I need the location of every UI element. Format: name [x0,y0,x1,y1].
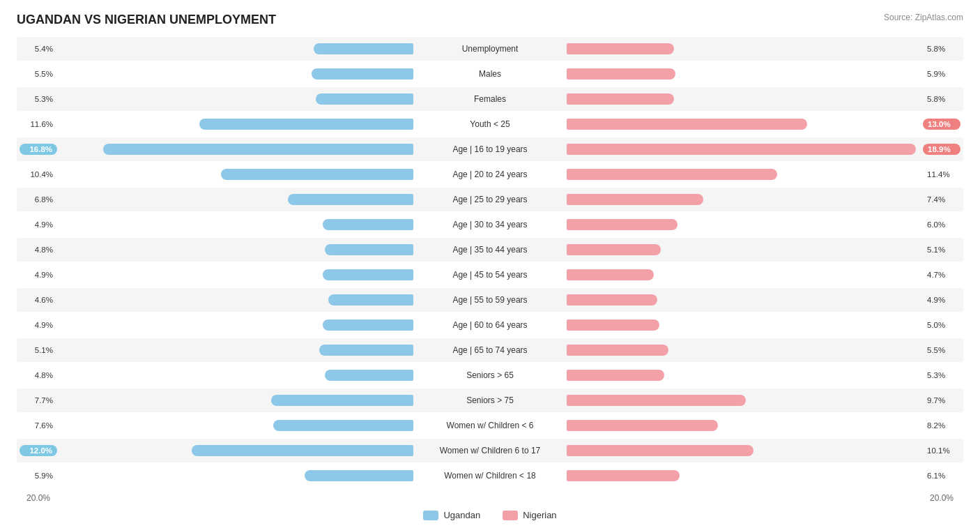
right-bar-area [567,368,923,382]
row-label: Women w/ Children < 18 [413,471,567,481]
legend-nigerian-color [503,511,518,520]
left-value: 5.4% [20,45,57,53]
right-bar-area [567,318,923,332]
left-value: 7.7% [20,396,57,405]
left-bar-area [57,42,413,56]
right-value: 13.0% [923,119,960,130]
right-value: 18.9% [923,144,960,155]
bar-blue [305,470,413,481]
bar-pink [567,395,746,406]
bar-row: 5.1% Age | 65 to 74 years 5.5% [17,338,963,362]
bar-pink [567,68,675,80]
right-bar-area [567,193,923,206]
bar-row: 6.8% Age | 25 to 29 years 7.4% [17,188,963,211]
left-bar-area [57,218,413,232]
legend: Ugandan Nigerian [17,510,963,520]
chart-container: UGANDAN VS NIGERIAN UNEMPLOYMENT Source:… [0,0,980,528]
left-value: 5.9% [20,472,57,480]
row-label: Females [413,94,567,104]
row-label: Age | 35 to 44 years [413,245,567,255]
left-bar-area [57,343,413,357]
row-label: Age | 45 to 54 years [413,270,567,280]
bar-blue [323,319,413,331]
right-bar-area [567,117,923,131]
bar-blue [323,219,413,230]
bar-pink [567,470,680,481]
bar-blue [273,420,413,431]
bar-blue [221,169,413,180]
bar-pink [567,144,916,155]
bar-pink [567,269,654,280]
bar-blue [328,294,413,306]
left-value: 6.8% [20,195,57,204]
bar-blue [325,370,413,381]
bar-blue [288,194,413,205]
chart-source: Source: ZipAtlas.com [884,13,963,22]
bar-row: 7.7% Seniors > 75 9.7% [17,389,963,412]
chart-title: UGANDAN VS NIGERIAN UNEMPLOYMENT [17,13,276,27]
bar-row: 5.3% Females 5.8% [17,87,963,111]
legend-nigerian: Nigerian [503,510,556,520]
bar-blue [319,345,413,356]
bar-pink [567,445,753,456]
left-bar-area [57,142,413,156]
right-bar-area [567,444,923,458]
bar-row: 4.9% Age | 45 to 54 years 4.7% [17,263,963,287]
left-value: 12.0% [20,445,57,456]
row-label: Age | 25 to 29 years [413,195,567,204]
right-value: 5.8% [923,45,960,53]
left-bar-area [57,393,413,407]
right-bar-area [567,418,923,432]
left-value: 16.8% [20,144,57,155]
bar-row: 11.6% Youth < 25 13.0% [17,112,963,136]
left-bar-area [57,368,413,382]
left-bar-area [57,67,413,81]
bar-blue [314,43,413,54]
row-label: Age | 55 to 59 years [413,295,567,305]
left-bar-area [57,469,413,483]
axis-row: 20.0% 20.0% [17,493,963,503]
left-value: 11.6% [20,120,57,128]
bar-row: 5.9% Women w/ Children < 18 6.1% [17,464,963,488]
bar-pink [567,294,657,306]
left-bar-area [57,243,413,257]
bar-blue [312,68,413,80]
bar-pink [567,219,677,230]
right-bar-area [567,469,923,483]
row-label: Age | 65 to 74 years [413,345,567,355]
bar-blue [199,119,413,130]
row-label: Age | 60 to 64 years [413,320,567,330]
row-label: Age | 16 to 19 years [413,144,567,154]
right-value: 10.1% [923,446,960,455]
left-value: 5.3% [20,95,57,103]
bar-blue [316,93,413,105]
bar-blue [103,144,413,155]
left-value: 4.9% [20,220,57,229]
row-label: Youth < 25 [413,119,567,129]
left-value: 4.8% [20,371,57,379]
bar-pink [567,345,668,356]
bar-blue [323,269,413,280]
right-value: 11.4% [923,170,960,179]
axis-right-label: 20.0% [926,493,963,503]
bar-row: 10.4% Age | 20 to 24 years 11.4% [17,163,963,186]
bar-row: 5.5% Males 5.9% [17,62,963,86]
legend-ugandan-color [423,511,438,520]
right-value: 5.0% [923,321,960,329]
right-value: 4.9% [923,296,960,304]
left-value: 5.5% [20,70,57,78]
right-value: 8.2% [923,421,960,430]
bar-row: 4.8% Age | 35 to 44 years 5.1% [17,238,963,262]
right-value: 7.4% [923,195,960,204]
right-bar-area [567,393,923,407]
right-value: 5.3% [923,371,960,379]
bar-pink [567,244,661,255]
legend-ugandan: Ugandan [423,510,480,520]
bar-row: 4.6% Age | 55 to 59 years 4.9% [17,288,963,312]
left-value: 7.6% [20,421,57,430]
row-label: Seniors > 75 [413,395,567,405]
left-bar-area [57,418,413,432]
right-bar-area [567,268,923,282]
right-bar-area [567,67,923,81]
left-bar-area [57,318,413,332]
